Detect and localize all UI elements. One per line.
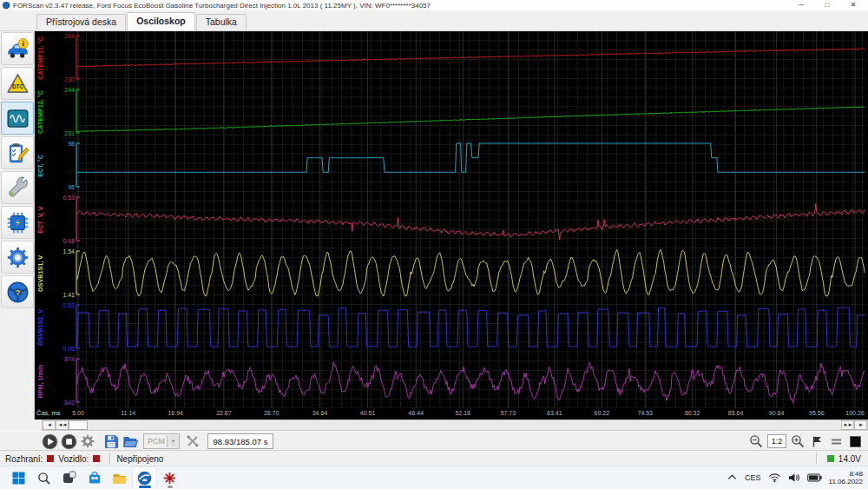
background-color-button[interactable] [845,433,865,450]
scroll-right-button[interactable]: ► [854,420,867,430]
store-icon [88,471,102,485]
play-button[interactable] [40,433,59,450]
time-axis-label: Čas, ms [36,409,61,417]
minimize-button[interactable]: ─ [788,0,814,10]
start-button[interactable] [7,467,30,489]
channel-trace [77,107,865,132]
channel-min-label: 0.48 [62,238,75,244]
sidebar-item-dtc[interactable]: DTC [1,67,34,100]
channel-name-label: RPM, 1/min [36,365,44,399]
red-star-app-icon [163,472,176,485]
time-tick-label: 80.32 [685,410,700,416]
oscilloscope-plot[interactable]: CATEMP11, °C244230CATEMP12, °C244231ECT,… [35,31,868,408]
time-tick-label: 28.70 [264,410,279,416]
scroll-left-button[interactable]: ◄ [43,420,56,430]
grid-lines-button[interactable] [826,433,845,450]
status-divider [109,453,111,465]
scroll-right-fast-button[interactable]: ►► [841,420,854,430]
time-tick-label: 85.64 [728,410,744,416]
time-tick-label: 40.51 [360,410,376,416]
sidebar-item-programming[interactable] [1,206,34,239]
wifi-icon[interactable] [768,472,781,483]
module-select[interactable]: PCM ▼ [143,433,180,449]
zoom-out-button[interactable] [746,433,766,450]
voltage-panel: 14.0V [811,451,868,466]
zoom-ratio-display: 1:2 [767,434,786,448]
vehicle-label: Vozidlo: [58,454,89,464]
close-button[interactable]: ✕ [840,0,866,10]
playback-time-display: 98.93/185.07 s [207,433,273,449]
channel-min-label: 842 [64,400,75,406]
chip-icon [6,211,30,235]
time-tick-label: 16.94 [168,410,183,416]
file-explorer-button[interactable] [108,467,131,489]
wrench-icon [6,176,30,200]
save-button[interactable] [102,433,121,450]
steering-wheel-help-icon: ? [6,281,30,304]
zoom-in-button[interactable] [788,433,807,450]
channel-name-label: ECT, °C [36,155,44,177]
sidebar-item-settings[interactable] [1,241,34,274]
taskbar-forscan-button[interactable] [133,467,156,489]
tab-dashboard[interactable]: Přístrojová deska [36,14,126,30]
sidebar-item-vehicle-info[interactable]: i [1,32,34,65]
scrollbar-track[interactable] [88,420,841,430]
time-tick-label: 69.22 [595,410,610,416]
tray-chevron-up-icon[interactable] [727,472,738,482]
voltage-indicator [827,455,834,462]
clock-time: 8:48 [829,470,863,478]
time-tick-label: 22.87 [216,410,232,416]
settings-gear-icon [80,433,95,449]
scrollbar-thumb[interactable] [69,420,88,430]
battery-icon[interactable] [807,473,822,482]
connection-status: Nepřipojeno [116,454,163,464]
task-view-button[interactable] [57,467,81,489]
zoom-in-icon [791,434,805,448]
marker-button[interactable] [807,433,826,450]
channel-name-label: ECT_V, V [36,206,44,233]
car-info-icon: i [6,37,30,61]
windows-logo-icon [12,472,25,485]
channel-name-label: OSVB1S1, V [36,255,44,292]
test-clipboard-icon [6,142,30,165]
black-square-icon [849,435,862,448]
module-select-value: PCM [144,437,167,446]
sidebar-item-oscilloscope[interactable] [1,102,34,135]
scroll-left-fast-button[interactable]: ◄◄ [56,420,69,430]
taskbar-app-button[interactable] [158,467,181,489]
scroll-row: ◄ ◄◄ ►► ► [0,420,868,431]
sidebar-item-help[interactable]: ? [1,275,34,308]
time-tick-label: 74.53 [637,410,653,416]
folder-icon [112,471,127,486]
tab-bar: Přístrojová deska Osciloskop Tabulka [0,10,868,31]
gear-icon [6,246,30,269]
taskbar-search-button[interactable] [32,467,56,489]
horizontal-scrollbar[interactable]: ◄ ◄◄ ►► ► [42,420,868,431]
record-settings-button[interactable] [78,433,97,450]
forscan-window: FORScan v2.3.47 release, Ford Focus EcoB… [0,0,868,489]
clear-markers-button[interactable] [183,433,202,450]
forscan-logo-icon [3,2,10,9]
open-button[interactable] [121,433,140,450]
window-title: FORScan v2.3.47 release, Ford Focus EcoB… [13,2,431,10]
sidebar-item-tests[interactable] [1,136,34,169]
time-tick-label: 46.44 [409,410,424,416]
active-app-indicator [139,486,151,488]
task-view-icon [62,471,76,485]
channel-min-label: 1.41 [62,292,75,298]
microsoft-store-button[interactable] [82,467,106,489]
stop-button[interactable] [59,433,78,450]
sidebar-item-service[interactable] [1,171,34,204]
delete-cross-icon [186,434,200,448]
language-indicator[interactable]: CES [745,473,761,482]
save-floppy-icon [104,434,119,449]
volume-icon[interactable] [788,472,800,483]
maximize-button[interactable]: □ [814,0,840,10]
taskbar-clock[interactable]: 8:48 11.06.2022 [829,470,863,486]
channel-min-label: 95 [68,184,75,190]
oscilloscope-icon [6,107,30,130]
horizontal-lines-icon [830,435,843,448]
tab-oscilloscope[interactable]: Osciloskop [127,12,195,30]
dropdown-arrow-icon: ▼ [167,435,179,447]
tab-table[interactable]: Tabulka [196,14,247,30]
